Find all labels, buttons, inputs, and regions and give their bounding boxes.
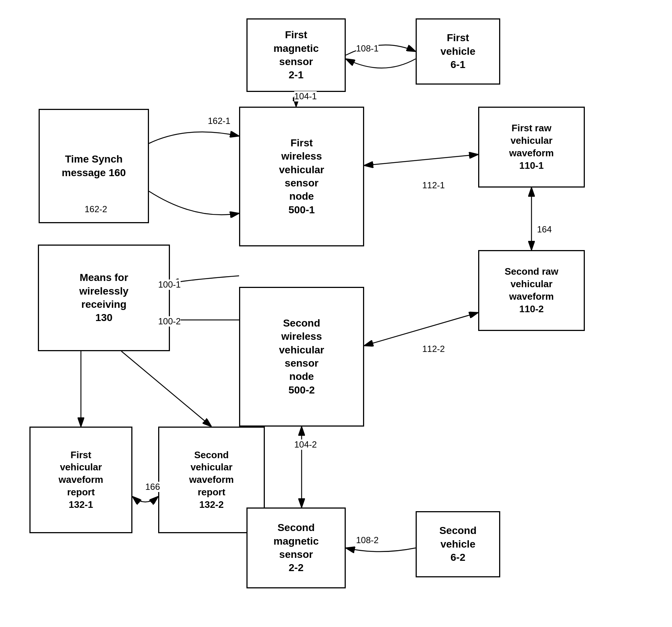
label-112-2: 112-2 — [422, 344, 445, 354]
label-162-2: 162-2 — [85, 204, 107, 214]
label-164: 164 — [537, 224, 552, 235]
label-100-1: 100-1 — [158, 279, 181, 290]
first-wireless-node-box: Firstwirelessvehicularsensornode500-1 — [239, 107, 364, 246]
means-receiving-box: Means forwirelesslyreceiving130 — [38, 245, 170, 351]
first-vehicular-report-box: Firstvehicularwaveformreport132-1 — [29, 427, 132, 533]
first-magnetic-sensor-box: Firstmagneticsensor2-1 — [246, 18, 346, 92]
label-166: 166 — [145, 482, 160, 492]
second-wireless-node-box: Secondwirelessvehicularsensornode500-2 — [239, 287, 364, 427]
label-112-1: 112-1 — [422, 180, 445, 190]
label-100-2: 100-2 — [158, 316, 181, 327]
first-vehicle-box: Firstvehicle6-1 — [416, 18, 500, 85]
first-raw-waveform-box: First rawvehicularwaveform110-1 — [478, 107, 585, 188]
second-magnetic-sensor-box: Secondmagneticsensor2-2 — [246, 507, 346, 588]
label-108-1: 108-1 — [356, 43, 378, 54]
label-104-1: 104-1 — [294, 91, 317, 101]
svg-line-10 — [121, 351, 211, 427]
label-108-2: 108-2 — [356, 535, 378, 545]
second-raw-waveform-box: Second rawvehicularwaveform110-2 — [478, 250, 585, 331]
svg-line-5 — [364, 154, 478, 165]
label-162-1: 162-1 — [208, 116, 230, 126]
label-104-2: 104-2 — [294, 439, 317, 450]
svg-line-6 — [364, 313, 478, 346]
second-vehicle-box: Secondvehicle6-2 — [416, 511, 500, 577]
diagram: Time Synch message 160 Means forwireless… — [0, 0, 672, 627]
